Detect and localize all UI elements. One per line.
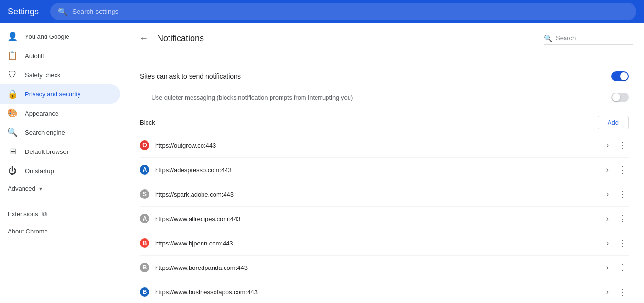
bjpenn-favicon: B: [140, 238, 149, 248]
autofill-label: Autofill: [25, 52, 44, 59]
outgrow-favicon: O: [140, 140, 149, 150]
boredpanda-url: https://www.boredpanda.com:443: [155, 264, 599, 271]
bjpenn-expand-icon[interactable]: ›: [604, 237, 610, 249]
quieter-messaging-label: Use quieter messaging (blocks notificati…: [151, 94, 353, 101]
back-button[interactable]: ←: [136, 31, 151, 46]
site-row: B https://www.businessofapps.com:443 › ⋮: [140, 280, 629, 303]
toggle-track-on[interactable]: [611, 71, 629, 81]
chevron-down-icon: ▾: [39, 186, 42, 192]
you-and-google-icon: 👤: [8, 32, 17, 41]
content-area: ← Notifications 🔍 Sites can ask to send …: [124, 23, 644, 303]
notifications-header: ← Notifications 🔍: [124, 23, 644, 54]
allrecipes-url: https://www.allrecipes.com:443: [155, 215, 599, 222]
site-row: B https://www.boredpanda.com:443 › ⋮: [140, 256, 629, 280]
sidebar-advanced[interactable]: Advanced▾: [0, 180, 124, 197]
sidebar-extensions[interactable]: Extensions⧉: [0, 205, 124, 223]
spark-favicon: S: [140, 189, 149, 199]
main-layout: 👤 You and Google 📋 Autofill 🛡 Safety che…: [0, 23, 644, 303]
search-settings-input[interactable]: [72, 8, 629, 15]
outgrow-url: https://outgrow.co:443: [155, 142, 599, 149]
notifications-title: Notifications: [157, 34, 538, 44]
quieter-messaging-row: Use quieter messaging (blocks notificati…: [140, 87, 629, 108]
sidebar-item-on-startup[interactable]: ⏻ On startup: [0, 161, 120, 180]
boredpanda-expand-icon[interactable]: ›: [604, 261, 610, 274]
businessofapps-favicon: B: [140, 287, 149, 297]
spark-menu-icon[interactable]: ⋮: [616, 187, 629, 201]
default-browser-icon: 🖥: [8, 147, 17, 156]
sidebar: 👤 You and Google 📋 Autofill 🛡 Safety che…: [0, 23, 124, 303]
quieter-messaging-toggle[interactable]: [611, 93, 629, 102]
bjpenn-menu-icon[interactable]: ⋮: [616, 236, 629, 250]
allrecipes-expand-icon[interactable]: ›: [604, 212, 610, 225]
search-icon-top: 🔍: [58, 7, 68, 16]
site-row: S https://spark.adobe.com:443 › ⋮: [140, 182, 629, 207]
site-row: A https://www.allrecipes.com:443 › ⋮: [140, 207, 629, 231]
blocked-sites-list: O https://outgrow.co:443 › ⋮ A https://a…: [140, 133, 629, 303]
topbar: Settings 🔍: [0, 0, 644, 23]
on-startup-label: On startup: [25, 167, 54, 175]
site-row: O https://outgrow.co:443 › ⋮: [140, 133, 629, 158]
outgrow-expand-icon[interactable]: ›: [604, 139, 610, 152]
toggle-thumb: [620, 72, 628, 80]
sidebar-item-autofill[interactable]: 📋 Autofill: [0, 46, 120, 65]
search-engine-label: Search engine: [25, 129, 65, 136]
boredpanda-favicon: B: [140, 263, 149, 272]
about-chrome-label: About Chrome: [8, 228, 48, 235]
sidebar-item-privacy-and-security[interactable]: 🔒 Privacy and security: [0, 84, 120, 104]
adespresso-expand-icon[interactable]: ›: [604, 163, 610, 176]
allrecipes-menu-icon[interactable]: ⋮: [616, 211, 629, 226]
block-label: Block: [140, 119, 155, 126]
app-title: Settings: [8, 7, 39, 17]
notifications-search[interactable]: 🔍: [544, 33, 633, 45]
sidebar-divider: [0, 201, 124, 201]
you-and-google-label: You and Google: [25, 33, 69, 40]
sidebar-item-you-and-google[interactable]: 👤 You and Google: [0, 27, 120, 46]
search-notifications-input[interactable]: [556, 35, 633, 42]
safety-check-icon: 🛡: [8, 70, 17, 80]
appearance-icon: 🎨: [8, 108, 17, 118]
site-row: A https://adespresso.com:443 › ⋮: [140, 158, 629, 182]
site-row: B https://www.bjpenn.com:443 › ⋮: [140, 231, 629, 256]
add-button[interactable]: Add: [598, 116, 629, 129]
default-browser-label: Default browser: [25, 148, 68, 155]
adespresso-favicon: A: [140, 165, 149, 175]
sidebar-item-appearance[interactable]: 🎨 Appearance: [0, 104, 120, 123]
businessofapps-menu-icon[interactable]: ⋮: [616, 285, 629, 299]
external-link-icon: ⧉: [42, 210, 47, 218]
outgrow-menu-icon[interactable]: ⋮: [616, 138, 629, 152]
adespresso-menu-icon[interactable]: ⋮: [616, 163, 629, 177]
search-icon: 🔍: [544, 35, 552, 42]
sidebar-about-chrome[interactable]: About Chrome: [0, 223, 124, 240]
sidebar-item-safety-check[interactable]: 🛡 Safety check: [0, 65, 120, 84]
allrecipes-favicon: A: [140, 214, 149, 223]
sidebar-item-search-engine[interactable]: 🔍 Search engine: [0, 123, 120, 142]
sites-can-ask-row: Sites can ask to send notifications: [140, 66, 629, 87]
autofill-icon: 📋: [8, 51, 17, 60]
extensions-label: Extensions: [8, 210, 38, 218]
on-startup-icon: ⏻: [8, 166, 17, 175]
adespresso-url: https://adespresso.com:443: [155, 166, 599, 174]
spark-expand-icon[interactable]: ›: [604, 188, 610, 200]
spark-url: https://spark.adobe.com:443: [155, 191, 599, 198]
advanced-label: Advanced: [8, 185, 35, 192]
search-engine-icon: 🔍: [8, 128, 17, 137]
sidebar-item-default-browser[interactable]: 🖥 Default browser: [0, 142, 120, 161]
settings-content: Sites can ask to send notifications Use …: [124, 54, 644, 303]
privacy-and-security-label: Privacy and security: [25, 91, 80, 98]
privacy-and-security-icon: 🔒: [8, 89, 17, 99]
safety-check-label: Safety check: [25, 71, 60, 79]
businessofapps-expand-icon[interactable]: ›: [604, 286, 610, 298]
boredpanda-menu-icon[interactable]: ⋮: [616, 260, 629, 275]
sites-can-ask-label: Sites can ask to send notifications: [140, 72, 241, 80]
bjpenn-url: https://www.bjpenn.com:443: [155, 240, 599, 247]
businessofapps-url: https://www.businessofapps.com:443: [155, 289, 599, 296]
search-bar[interactable]: 🔍: [50, 3, 636, 20]
toggle-track-off[interactable]: [611, 93, 629, 102]
appearance-label: Appearance: [25, 110, 58, 117]
back-icon: ←: [139, 34, 148, 44]
toggle-thumb-off: [612, 93, 620, 101]
sites-can-ask-toggle[interactable]: [611, 71, 629, 81]
block-header: Block Add: [140, 116, 629, 129]
